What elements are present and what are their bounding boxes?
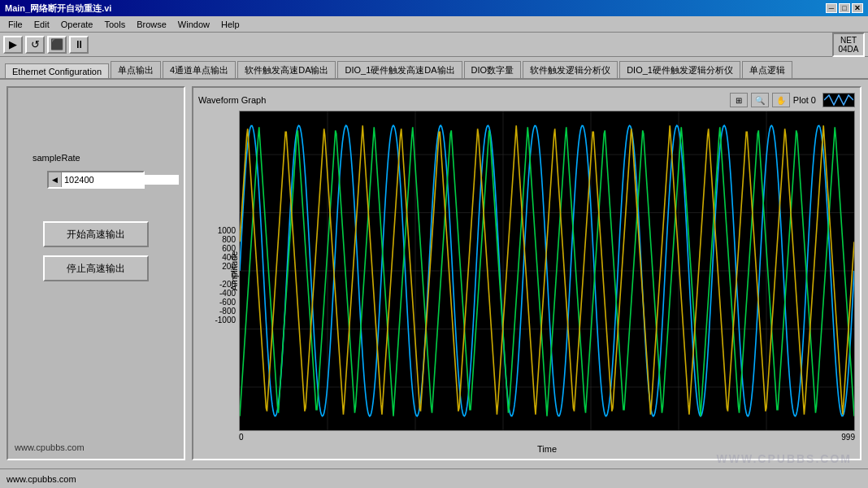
status-bar: www.cpubbs.com — [0, 468, 868, 488]
run-continuously-button[interactable]: ↺ — [25, 36, 45, 54]
menu-operate[interactable]: Operate — [56, 19, 98, 30]
plot-indicator — [822, 93, 855, 107]
title-controls: ─ □ ✕ — [826, 3, 863, 13]
tab-4ch-single-output[interactable]: 4通道单点输出 — [163, 61, 236, 79]
x-label-end: 999 — [841, 433, 855, 442]
website-label: www.cpubbs.com — [15, 442, 85, 452]
net-label-net: NET — [837, 36, 860, 45]
tab-sw-trigger-da[interactable]: 软件触发高速DA输出 — [237, 61, 336, 79]
y-axis-title: Amplitude — [229, 251, 239, 291]
menu-help[interactable]: Help — [216, 19, 245, 30]
tab-bar: Ethernet Configuration 单点输出 4通道单点输出 软件触发… — [0, 57, 868, 80]
close-button[interactable]: ✕ — [852, 3, 863, 13]
numeric-decrement-button[interactable]: ◀ — [49, 172, 62, 187]
abort-button[interactable]: ⬛ — [47, 36, 67, 54]
graph-pan-button[interactable]: 🔍 — [751, 93, 769, 107]
y-label-800: 800 — [222, 235, 236, 244]
graph-zoom-button[interactable]: ⊞ — [730, 93, 748, 107]
sample-rate-input[interactable] — [62, 175, 179, 185]
sample-rate-input-container: ◀ — [47, 171, 145, 189]
menu-tools[interactable]: Tools — [99, 19, 130, 30]
menu-bar: File Edit Operate Tools Browse Window He… — [0, 16, 868, 33]
graph-title: Waveform Graph — [198, 95, 266, 105]
left-panel: sampleRate ◀ 开始高速输出 停止高速输出 www.cpubbs.co… — [7, 86, 185, 460]
window-title: Main_网络断开自动重连.vi — [5, 2, 111, 15]
maximize-button[interactable]: □ — [839, 3, 850, 13]
menu-browse[interactable]: Browse — [132, 19, 171, 30]
toolbar: ▶ ↺ ⬛ ⏸ NET 04DA — [0, 33, 868, 57]
stop-high-speed-button[interactable]: 停止高速输出 — [43, 255, 149, 281]
x-axis-labels: 0 999 — [239, 431, 855, 443]
tab-dio1-hw-trigger-logic[interactable]: DIO_1硬件触发逻辑分析仪 — [619, 61, 740, 79]
plot-label: Plot 0 — [793, 95, 816, 105]
tab-single-logic[interactable]: 单点逻辑 — [742, 61, 792, 79]
x-label-start: 0 — [239, 433, 244, 442]
menu-edit[interactable]: Edit — [29, 19, 54, 30]
graph-header: Waveform Graph ⊞ 🔍 ✋ Plot 0 — [198, 93, 855, 107]
right-panel: Waveform Graph ⊞ 🔍 ✋ Plot 0 1000 800 600 — [192, 86, 861, 460]
waveform-container: 1000 800 600 400 200 0 -200 -400 -600 -8… — [198, 111, 855, 454]
y-label-n800: -800 — [219, 307, 236, 316]
menu-window[interactable]: Window — [173, 19, 215, 30]
graph-cursor-button[interactable]: ✋ — [772, 93, 790, 107]
tab-dio-digital[interactable]: DIO数字量 — [464, 61, 522, 79]
start-high-speed-button[interactable]: 开始高速输出 — [43, 221, 149, 247]
graph-area: Amplitude — [239, 111, 855, 454]
minimize-button[interactable]: ─ — [826, 3, 837, 13]
waveform-svg-container[interactable] — [239, 111, 855, 431]
y-label-n600: -600 — [219, 298, 236, 307]
tab-sw-trigger-logic[interactable]: 软件触发逻辑分析仪 — [523, 61, 618, 79]
y-label-1000: 1000 — [218, 226, 236, 235]
menu-file[interactable]: File — [3, 19, 28, 30]
pause-button[interactable]: ⏸ — [69, 36, 89, 54]
tab-single-output[interactable]: 单点输出 — [111, 61, 161, 79]
title-bar: Main_网络断开自动重连.vi ─ □ ✕ — [0, 0, 868, 16]
tab-ethernet-configuration[interactable]: Ethernet Configuration — [5, 63, 109, 79]
main-content: sampleRate ◀ 开始高速输出 停止高速输出 www.cpubbs.co… — [0, 80, 868, 467]
net-indicator: NET 04DA — [832, 33, 865, 57]
status-text: www.cpubbs.com — [7, 474, 76, 484]
tab-dio1-hw-trigger-da[interactable]: DIO_1硬件触发高速DA输出 — [337, 61, 462, 79]
net-label-id: 04DA — [837, 45, 860, 54]
watermark: WWW.CPUBBS.COM — [717, 452, 852, 465]
sample-rate-label: sampleRate — [33, 153, 80, 163]
run-button[interactable]: ▶ — [3, 36, 23, 54]
graph-controls: ⊞ 🔍 ✋ Plot 0 — [730, 93, 855, 107]
y-label-n1000: -1000 — [215, 316, 236, 325]
